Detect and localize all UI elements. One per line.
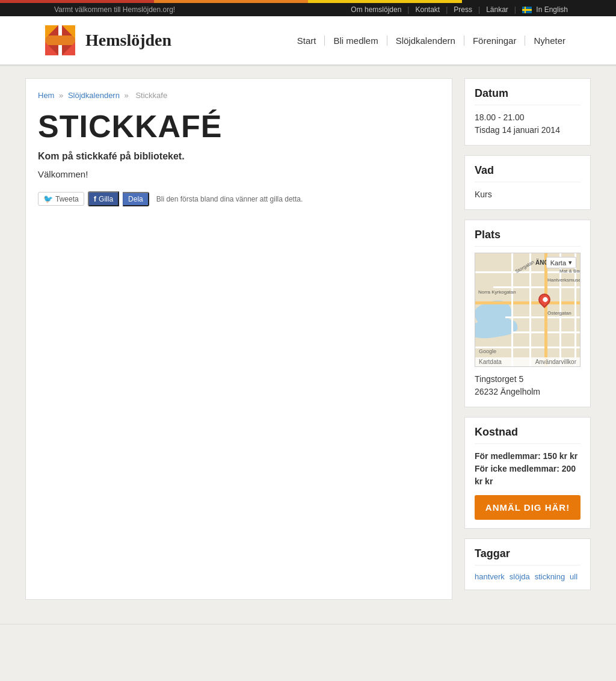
map-road-h4 bbox=[505, 316, 580, 318]
map-pin bbox=[538, 294, 550, 310]
sidebar-datum-section: Datum 18.00 - 21.00 Tisdag 14 januari 20… bbox=[464, 78, 591, 146]
logo-text: Hemslöjden bbox=[85, 31, 171, 50]
map-road-h2 bbox=[493, 286, 580, 288]
sidebar-vad-section: Vad Kurs bbox=[464, 155, 591, 210]
map-road-h3 bbox=[475, 301, 580, 304]
facebook-like-button[interactable]: f Gilla bbox=[88, 191, 119, 206]
map-anvandarvillkor: Användarvillkor bbox=[535, 359, 576, 365]
chevron-down-icon: ▾ bbox=[568, 259, 572, 267]
address-line2: 26232 Ängelholm bbox=[475, 386, 581, 398]
address-line1: Tingstorget 5 bbox=[475, 373, 581, 386]
breadcrumb-current: Stickkafe bbox=[135, 91, 167, 100]
main-content: Hem » Slöjdkalendern » Stickkafe STICKKA… bbox=[25, 78, 452, 600]
kostnad-nonmember: För icke medlemmar: 200 kr kr bbox=[475, 463, 581, 488]
map-kartdata: Kartdata bbox=[479, 359, 502, 365]
breadcrumb-calendar[interactable]: Slöjdkalendern bbox=[68, 91, 120, 100]
sidebar-taggar-section: Taggar hantverk slöjda stickning ull bbox=[464, 538, 591, 590]
sidebar-kostnad-section: Kostnad För medlemmar: 150 kr kr För ick… bbox=[464, 417, 591, 529]
vad-heading: Vad bbox=[475, 164, 581, 182]
datum-heading: Datum bbox=[475, 87, 581, 105]
sidebar-plats-section: Plats bbox=[464, 220, 591, 407]
map-type-label: Karta bbox=[550, 259, 566, 267]
kostnad-member: För medlemmar: 150 kr kr bbox=[475, 450, 581, 463]
facebook-share-button[interactable]: Dela bbox=[123, 192, 149, 206]
fb-share-label: Dela bbox=[128, 195, 143, 203]
map-label-3: Norra Kyrkogatan bbox=[478, 289, 516, 295]
welcome-message: Varmt välkommen till Hemslöjden.org! bbox=[0, 5, 175, 14]
nav-om-hemslojden[interactable]: Om hemslöjden bbox=[345, 5, 407, 14]
social-share: 🐦 Tweeta f Gilla Dela Bli den första bla… bbox=[38, 191, 440, 206]
main-nav: Start Bli medlem Slöjdkalendern Förening… bbox=[289, 35, 574, 46]
plats-heading: Plats bbox=[475, 229, 581, 247]
welcome-text-content: Välkommen! bbox=[38, 169, 440, 179]
flag-icon bbox=[522, 7, 532, 13]
facebook-icon: f bbox=[94, 194, 96, 203]
tag-stickning[interactable]: stickning bbox=[535, 572, 565, 581]
map-road-v1 bbox=[511, 253, 513, 366]
tag-ull[interactable]: ull bbox=[570, 572, 578, 581]
fb-like-label: Gilla bbox=[99, 195, 113, 203]
sidebar: Datum 18.00 - 21.00 Tisdag 14 januari 20… bbox=[464, 78, 591, 600]
tag-slojda[interactable]: slöjda bbox=[510, 572, 530, 581]
datum-time: 18.00 - 21.00 bbox=[475, 111, 581, 124]
page-title: STICKKAFÉ bbox=[38, 109, 440, 144]
google-logo: Google bbox=[479, 348, 496, 354]
datum-date: Tisdag 14 januari 2014 bbox=[475, 124, 581, 137]
map-pin-dot bbox=[542, 296, 549, 303]
map-background: Storgatan Hantverksmuseet Norra Kyrkogat… bbox=[475, 253, 580, 366]
twitter-label: Tweeta bbox=[55, 195, 79, 203]
in-english-label: In English bbox=[536, 5, 568, 14]
map-type-dropdown[interactable]: Karta ▾ bbox=[546, 257, 576, 268]
twitter-tweet-button[interactable]: 🐦 Tweeta bbox=[38, 192, 84, 206]
subtitle: Kom på stickkafé på biblioteket. bbox=[38, 151, 440, 162]
twitter-icon: 🐦 bbox=[43, 194, 53, 203]
nav-slojdkalendern[interactable]: Slöjdkalendern bbox=[387, 35, 464, 46]
breadcrumb-home[interactable]: Hem bbox=[38, 91, 54, 100]
logo-area: Hemslöjden bbox=[42, 22, 171, 58]
map-label-mat: Mat & Bar bbox=[559, 268, 581, 274]
vad-type: Kurs bbox=[475, 188, 581, 201]
breadcrumb-sep1: » bbox=[59, 91, 66, 100]
breadcrumb-sep2: » bbox=[125, 91, 131, 100]
nav-press[interactable]: Press bbox=[448, 5, 478, 14]
logo-icon bbox=[42, 22, 78, 58]
nav-kontakt[interactable]: Kontakt bbox=[409, 5, 446, 14]
tags-container: hantverk slöjda stickning ull bbox=[475, 572, 581, 581]
nav-in-english[interactable]: In English bbox=[516, 5, 574, 14]
tag-hantverk[interactable]: hantverk bbox=[475, 572, 505, 581]
nav-foreningar[interactable]: Föreningar bbox=[464, 35, 526, 46]
map-footer: Kartdata Användarvillkor bbox=[475, 357, 580, 366]
site-header: Hemslöjden Start Bli medlem Slöjdkalende… bbox=[0, 16, 616, 66]
map-label-4: Östergatan bbox=[547, 310, 571, 316]
footer-divider bbox=[0, 624, 616, 624]
breadcrumb: Hem » Slöjdkalendern » Stickkafe bbox=[38, 91, 440, 100]
top-bar: Varmt välkommen till Hemslöjden.org! Om … bbox=[0, 3, 616, 16]
map-road-v2 bbox=[529, 253, 531, 366]
map-label-2: Hantverksmuseet bbox=[547, 277, 581, 283]
taggar-heading: Taggar bbox=[475, 547, 581, 565]
nav-start[interactable]: Start bbox=[289, 35, 325, 46]
top-nav: Om hemslöjden | Kontakt | Press | Länkar… bbox=[345, 5, 616, 14]
welcome-text: Varmt välkommen till Hemslöjden.org! bbox=[54, 5, 175, 14]
page-wrapper: Varmt välkommen till Hemslöjden.org! Om … bbox=[0, 0, 616, 681]
map-pin-head bbox=[536, 291, 553, 308]
share-encouragement-text: Bli den första bland dina vänner att gil… bbox=[156, 195, 303, 203]
nav-lankar[interactable]: Länkar bbox=[480, 5, 514, 14]
nav-bli-medlem[interactable]: Bli medlem bbox=[325, 35, 387, 46]
content-wrapper: Hem » Slöjdkalendern » Stickkafe STICKKA… bbox=[19, 66, 597, 612]
map-container[interactable]: Storgatan Hantverksmuseet Norra Kyrkogat… bbox=[475, 253, 581, 367]
register-button[interactable]: ANMÄL DIG HÄR! bbox=[475, 495, 581, 520]
svg-rect-2 bbox=[45, 35, 75, 45]
kostnad-heading: Kostnad bbox=[475, 426, 581, 444]
nav-nyheter[interactable]: Nyheter bbox=[525, 35, 574, 46]
